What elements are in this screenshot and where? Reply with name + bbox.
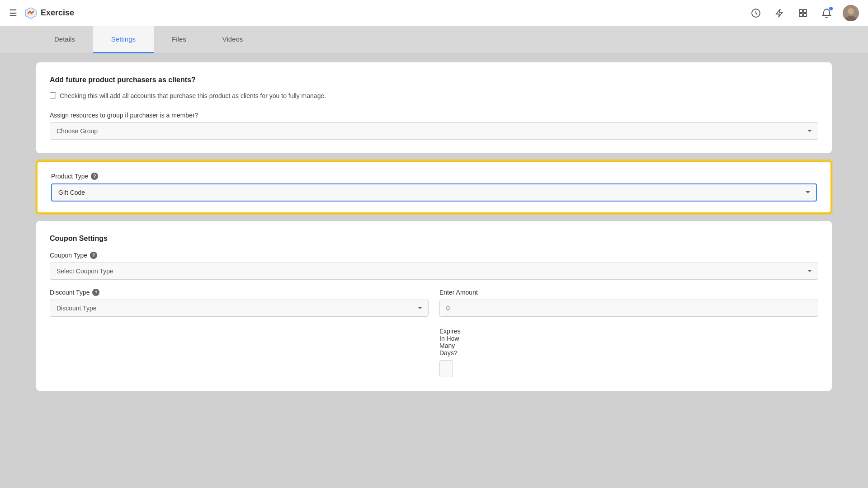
coupon-type-group: Coupon Type ? Select Coupon Type Single … — [50, 252, 818, 280]
notification-badge — [829, 7, 833, 10]
tab-videos[interactable]: Videos — [204, 26, 261, 53]
coupon-type-select-wrapper: Select Coupon Type Single Use Multi Use … — [50, 263, 818, 280]
group-select[interactable]: Choose Group — [50, 122, 818, 140]
hamburger-menu[interactable]: ☰ — [9, 8, 17, 19]
expires-input[interactable] — [439, 360, 453, 377]
svg-rect-6 — [803, 14, 807, 17]
discount-type-select[interactable]: Discount Type Percentage Fixed Amount — [50, 300, 429, 317]
enter-amount-input[interactable] — [439, 300, 818, 317]
tab-settings[interactable]: Settings — [93, 26, 154, 53]
discount-row: Discount Type ? Discount Type Percentage… — [50, 289, 818, 317]
group-section: Assign resources to group if purchaser i… — [50, 112, 818, 140]
logo-icon — [24, 7, 37, 19]
group-select-wrapper: Choose Group — [50, 122, 818, 140]
coupon-type-select[interactable]: Select Coupon Type Single Use Multi Use … — [50, 263, 818, 280]
enter-amount-label: Enter Amount — [439, 289, 818, 296]
content-area: Add future product purchasers as clients… — [0, 53, 868, 407]
purchasers-checkbox-label: Checking this will add all accounts that… — [60, 91, 326, 101]
svg-point-8 — [848, 8, 854, 14]
bolt-icon[interactable] — [772, 6, 787, 20]
coupon-type-label: Coupon Type ? — [50, 252, 818, 259]
expires-group: Expires In How Many Days? — [50, 328, 439, 377]
discount-type-select-wrapper: Discount Type Percentage Fixed Amount — [50, 300, 429, 317]
user-avatar[interactable] — [843, 5, 859, 21]
bell-icon[interactable] — [819, 6, 834, 20]
product-type-label: Product Type ? — [51, 173, 817, 180]
app-logo: Exercise — [24, 7, 74, 19]
coupon-settings-card: Coupon Settings Coupon Type ? Select Cou… — [36, 221, 832, 391]
coupon-type-help-icon[interactable]: ? — [90, 252, 97, 259]
nav-icons — [749, 5, 859, 21]
svg-rect-3 — [799, 9, 802, 13]
topnav: ☰ Exercise — [0, 0, 868, 26]
purchasers-checkbox-row: Checking this will add all accounts that… — [50, 91, 818, 101]
discount-type-label: Discount Type ? — [50, 289, 429, 296]
svg-rect-5 — [799, 14, 802, 17]
tab-files[interactable]: Files — [154, 26, 204, 53]
purchasers-card: Add future product purchasers as clients… — [36, 62, 832, 153]
svg-marker-2 — [776, 9, 783, 17]
discount-type-help-icon[interactable]: ? — [92, 289, 99, 296]
product-type-select[interactable]: Gift Code Standard Subscription Bundle — [51, 183, 817, 202]
group-label: Assign resources to group if purchaser i… — [50, 112, 818, 119]
history-icon[interactable] — [749, 6, 763, 20]
tab-details[interactable]: Details — [36, 26, 93, 53]
product-type-select-wrapper: Gift Code Standard Subscription Bundle — [51, 183, 817, 202]
coupon-settings-title: Coupon Settings — [50, 235, 818, 243]
main-content: Details Settings Files Videos Add future… — [0, 26, 868, 488]
app-name: Exercise — [41, 8, 74, 18]
discount-type-group: Discount Type ? Discount Type Percentage… — [50, 289, 429, 317]
purchasers-checkbox[interactable] — [50, 92, 56, 99]
purchasers-title: Add future product purchasers as clients… — [50, 76, 818, 84]
tabs-bar: Details Settings Files Videos — [0, 26, 868, 53]
product-type-card: Product Type ? Gift Code Standard Subscr… — [36, 160, 832, 214]
enter-amount-group: Enter Amount — [439, 289, 818, 317]
svg-rect-4 — [803, 9, 807, 13]
product-type-help-icon[interactable]: ? — [91, 173, 98, 180]
grid-icon[interactable] — [796, 6, 810, 20]
